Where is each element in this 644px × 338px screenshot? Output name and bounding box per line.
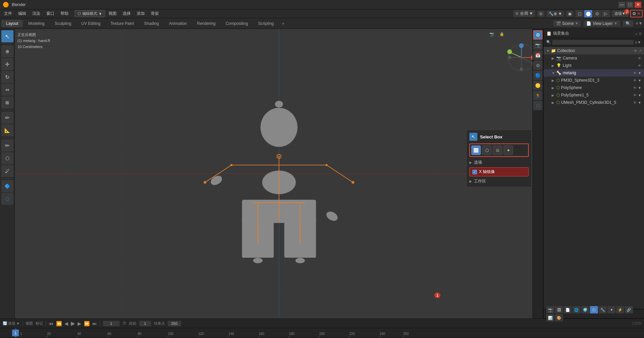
metarig-filter[interactable]: ▼ (638, 71, 641, 75)
tab-shading[interactable]: Shading (139, 20, 164, 27)
props-particles-icon[interactable]: ✦ (607, 306, 615, 313)
mode-selector[interactable]: ⬡ 编辑模式 ▼ (75, 10, 105, 17)
camera-visibility[interactable]: 👁 (638, 56, 641, 60)
tool-extrude[interactable]: ⬡ (1, 152, 13, 164)
polysphere5-visibility[interactable]: 👁 (633, 93, 637, 97)
scene-selector[interactable]: 🎬 Scene ▼ (553, 20, 581, 27)
x-mirror-row[interactable]: ✓ X 轴镜像 (469, 167, 529, 176)
tab-animation[interactable]: Animation (164, 20, 191, 27)
outliner-filter[interactable]: ⌕ (635, 31, 638, 36)
props-modifier-icon[interactable]: 🔧 (599, 306, 607, 313)
next-frame-button[interactable]: ⏩ (84, 321, 90, 326)
jump-end-button[interactable]: ⏭ (92, 321, 97, 326)
prev-keyframe-button[interactable]: ◀ (65, 321, 68, 326)
props-material-icon[interactable]: 🎨 (555, 314, 563, 322)
metarig-visibility[interactable]: 👁 (633, 71, 637, 75)
start-frame-input[interactable] (139, 321, 151, 326)
tree-item-polysphere[interactable]: ▶ ⬡ PolySphere 👁 ▼ (544, 84, 644, 91)
tool-move[interactable]: ✛ (1, 58, 13, 70)
menu-window[interactable]: 窗口 (44, 10, 57, 17)
viewport-view-menu[interactable]: 视图 (106, 10, 119, 17)
lock-camera-button[interactable]: 🔒 (498, 30, 506, 38)
next-keyframe-button[interactable]: ▶ (78, 321, 81, 326)
add-workspace-button[interactable]: + (279, 19, 287, 28)
scene-props-icon[interactable]: ⚙ (632, 11, 636, 16)
tree-item-light[interactable]: ▶ 💡 Light 👁 (544, 62, 644, 69)
play-pause-button[interactable]: ▶ (71, 320, 75, 327)
tool-props-button[interactable]: ⚙ (533, 30, 543, 40)
jump-start-button[interactable]: ⏮ (49, 321, 53, 326)
props-render-icon[interactable]: 📷 (546, 306, 554, 313)
props-constraints-icon[interactable]: 🔗 (625, 306, 633, 313)
close-scene-icon[interactable]: ✕ (637, 11, 641, 16)
viewport-add-menu[interactable]: 添加 (134, 10, 147, 17)
shading-solid[interactable]: ⬤ (584, 10, 592, 17)
tool-sidebar-btn-5[interactable]: 🔵 (533, 71, 543, 80)
tree-item-metarig[interactable]: ▼ 🦴 metarig 👁 ▼ (544, 69, 644, 77)
tab-layout[interactable]: Layout (1, 20, 23, 27)
tree-item-collection[interactable]: ▼ 📁 Collection 👁 ↗ (544, 47, 644, 54)
tool-measure[interactable]: 📐 (1, 124, 13, 136)
tree-item-polysphere-5[interactable]: ▶ ⬡ PolySphere1_5 👁 ▼ (544, 91, 644, 99)
props-view-layer-icon[interactable]: 📄 (564, 306, 572, 313)
tree-item-umesh[interactable]: ▶ ⬡ UMesh_PM3D_Cylinder3D1_5 👁 ▼ (544, 99, 644, 106)
proportional-button[interactable]: ⊙ (537, 11, 545, 17)
tab-modeling[interactable]: Modeling (24, 20, 49, 27)
tool-rotate[interactable]: ↻ (1, 71, 13, 83)
close-button[interactable]: ✕ (635, 2, 641, 8)
polysphere5-filter[interactable]: ▼ (638, 93, 641, 97)
shading-wireframe[interactable]: ◻ (575, 10, 584, 17)
tool-sidebar-btn-6[interactable]: 🟡 (533, 81, 543, 90)
menu-edit[interactable]: 编辑 (15, 10, 29, 17)
tree-item-camera[interactable]: ▶ 📷 Camera 👁 (544, 54, 644, 62)
select-box-mode-select-all[interactable]: ✦ (504, 145, 513, 155)
props-physics-icon[interactable]: ⚡ (616, 306, 624, 313)
collection-select[interactable]: ↗ (639, 49, 641, 53)
viewport-object-menu[interactable]: 骨架 (148, 10, 162, 17)
tool-bone[interactable]: 🔷 (1, 180, 13, 192)
tool-annotate[interactable]: ✏ (1, 112, 13, 124)
umesh-visibility[interactable]: 👁 (633, 101, 637, 104)
viewport-select-menu[interactable]: 选择 (120, 10, 133, 17)
polysphere-visibility[interactable]: 👁 (633, 86, 637, 90)
overlay-toggle[interactable]: ◉ (566, 11, 573, 17)
props-scene-icon[interactable]: 🌐 (572, 306, 581, 313)
outliner-settings[interactable]: ≡ (639, 31, 641, 36)
tab-sculpting[interactable]: Sculpting (50, 20, 76, 27)
timeline-sync[interactable]: 🔄 放放 ▼ (3, 321, 20, 326)
timeline-markers-menu[interactable]: 标记 (36, 321, 43, 326)
pm3d-visibility[interactable]: 👁 (633, 79, 637, 82)
global-search[interactable]: 🔍 (623, 20, 633, 27)
tab-uv-editing[interactable]: UV Editing (77, 20, 105, 27)
tool-scale[interactable]: ⇔ (1, 84, 13, 96)
end-frame-input[interactable] (168, 321, 181, 326)
tool-sidebar-btn-7[interactable]: 🏃 (533, 91, 543, 100)
tool-spin[interactable]: 🖊 (1, 165, 13, 177)
tab-compositing[interactable]: Compositing (221, 20, 253, 27)
prev-frame-button[interactable]: ⏪ (56, 321, 62, 326)
menu-file[interactable]: 文件 (1, 10, 15, 17)
props-output-icon[interactable]: 🖼 (555, 306, 563, 313)
tool-select-box[interactable]: ↖ (1, 30, 13, 42)
timeline-view-menu[interactable]: 视图 (26, 321, 33, 326)
minimize-button[interactable]: — (618, 2, 625, 8)
tab-scripting[interactable]: Scripting (253, 20, 278, 27)
viewport[interactable]: 正交后视图 (1) metarig : hand.R 10 Centimeter… (15, 29, 543, 319)
tool-sidebar-btn-3[interactable]: 📅 (533, 50, 543, 60)
snap-toggle[interactable]: 🔧⊕ ▼ (547, 11, 564, 17)
tool-add-cube[interactable]: ✏ (1, 139, 13, 152)
menu-help[interactable]: 帮助 (58, 10, 71, 17)
select-box-mode-lasso[interactable]: ⊙ (493, 145, 502, 155)
pm3d-filter[interactable]: ▼ (638, 79, 641, 82)
camera-view-button[interactable]: 📷 (487, 30, 496, 38)
tool-sidebar-btn-4[interactable]: ⊙ (533, 60, 543, 70)
outliner-filter-icon[interactable]: ≡▼ (635, 40, 641, 45)
tool-sidebar-btn-2[interactable]: 📷 (533, 40, 543, 50)
x-mirror-checkbox[interactable]: ✓ (472, 170, 477, 174)
filter-button[interactable]: ≡▼ (636, 21, 643, 26)
view-layer-selector[interactable]: 📄 View Layer ▼ (584, 20, 620, 27)
snap-button[interactable]: ⊙ 全局 ▼ (513, 10, 535, 17)
light-visibility[interactable]: 👁 (638, 64, 641, 68)
maximize-button[interactable]: □ (627, 2, 633, 8)
props-world-icon[interactable]: 🌍 (581, 306, 589, 313)
